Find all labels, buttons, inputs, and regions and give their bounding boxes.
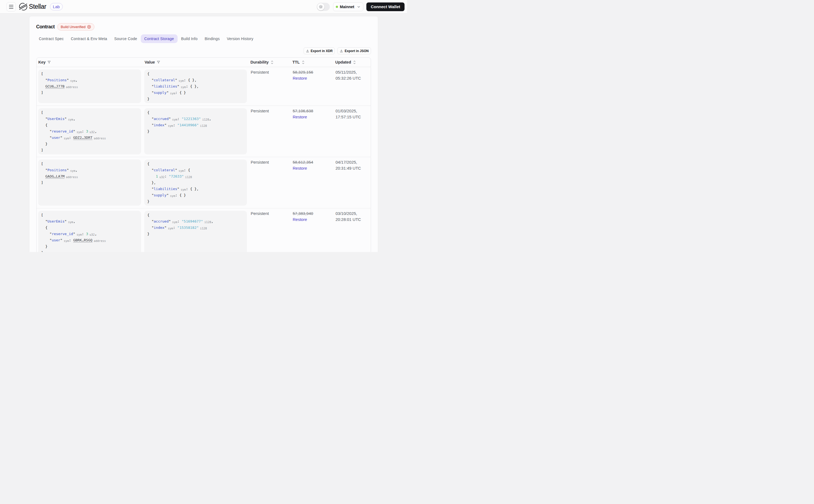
- durability-cell: Persistent: [249, 67, 291, 106]
- code-token-key: accrued: [154, 117, 169, 121]
- ttl-cell: 58,612,354Restore: [291, 157, 333, 208]
- code-token-quote: ": [45, 168, 47, 172]
- code-token-quote: ": [65, 117, 67, 121]
- export-row: Export in XDRExport in JSON: [36, 47, 371, 54]
- code-token-punct: [: [41, 213, 43, 217]
- restore-link[interactable]: Restore: [293, 165, 307, 171]
- code-token-punct: [41, 232, 50, 236]
- code-token-type-annotation: sym: [168, 124, 173, 127]
- restore-link[interactable]: Restore: [293, 114, 307, 120]
- code-token-punct: :: [82, 129, 86, 133]
- filter-icon[interactable]: [157, 60, 160, 64]
- updated-date: 05/11/2025,: [336, 69, 369, 75]
- code-token-number: 3: [86, 232, 88, 236]
- code-token-punct: :: [177, 117, 182, 121]
- code-token-punct: {: [147, 162, 149, 166]
- code-token-punct: :: [177, 219, 182, 223]
- code-token-type-annotation: i128: [185, 175, 192, 179]
- code-token-quote: ": [50, 238, 52, 242]
- code-token-punct: : { },: [186, 84, 199, 88]
- code-line: "accrued"sym: "51694677"i128,: [147, 218, 244, 224]
- column-header-durability: Durability: [249, 58, 291, 67]
- value-cell: { "accrued"sym: "1221363"i128, "index"sy…: [143, 106, 249, 157]
- code-line: [: [41, 161, 138, 167]
- network-label: Mainnet: [340, 5, 354, 9]
- address-link[interactable]: GBRK…RSGQ: [73, 238, 92, 242]
- code-token-punct: [41, 238, 50, 242]
- connect-wallet-button[interactable]: Connect Wallet: [366, 2, 405, 11]
- code-token-punct: [: [41, 162, 43, 166]
- filter-icon[interactable]: [47, 60, 51, 64]
- sort-icon[interactable]: [270, 60, 274, 64]
- page-title: Contract: [36, 24, 55, 30]
- code-line: {: [147, 212, 244, 218]
- key-code-block: [ "Positions"sym, GCU6…J77Baddress]: [38, 70, 141, 103]
- code-token-quote: ": [73, 232, 75, 236]
- code-line: }: [41, 141, 138, 147]
- code-token-number-string: "72633": [169, 174, 184, 178]
- brand-name: Stellar: [29, 3, 46, 10]
- code-token-punct: : { }: [175, 91, 186, 95]
- lab-badge[interactable]: Lab: [50, 3, 63, 10]
- code-token-type-annotation: u32: [89, 130, 95, 134]
- network-select[interactable]: Mainnet: [333, 2, 363, 11]
- address-link[interactable]: GCU6…J77B: [45, 84, 64, 88]
- code-token-key: supply: [154, 91, 166, 95]
- code-token-punct: [41, 129, 50, 133]
- code-token-punct: [: [41, 110, 43, 115]
- tab-build-info[interactable]: Build Info: [178, 34, 201, 43]
- export-in-json-button[interactable]: Export in JSON: [337, 47, 371, 54]
- code-token-quote: ": [45, 78, 47, 82]
- sort-icon[interactable]: [353, 60, 356, 64]
- code-token-punct: [147, 117, 152, 121]
- column-label: TTL: [292, 60, 300, 64]
- code-token-key: collateral: [154, 168, 175, 172]
- code-line: GCU6…J77Baddress: [41, 83, 138, 89]
- x-circle-icon[interactable]: [87, 25, 91, 29]
- address-link[interactable]: GDZ2…3DRT: [73, 136, 92, 140]
- durability-cell: Persistent: [249, 157, 291, 208]
- restore-link[interactable]: Restore: [293, 75, 307, 81]
- key-cell: [ "Positions"sym, GCU6…J77Baddress]: [37, 67, 143, 106]
- code-token-quote: ": [177, 187, 179, 191]
- code-line: ]: [41, 250, 138, 252]
- table-row: [ "UserEmis"sym, { "reserve_id"sym: 3u32…: [37, 208, 371, 252]
- code-token-quote: ": [50, 232, 52, 236]
- address-link[interactable]: GAOG…LA7M: [45, 174, 64, 178]
- code-line: "Positions"sym,: [41, 167, 138, 173]
- tab-bindings[interactable]: Bindings: [201, 34, 223, 43]
- updated-time: 20:31:49 UTC: [336, 165, 369, 171]
- theme-toggle[interactable]: [317, 3, 330, 11]
- code-token-key: reserve_id: [52, 129, 73, 133]
- tab-contract-spec[interactable]: Contract Spec: [35, 34, 67, 43]
- theme-toggle-knob[interactable]: [317, 3, 324, 10]
- code-token-quote: ": [60, 136, 62, 140]
- hamburger-menu-button[interactable]: [7, 2, 16, 11]
- main: Contract Build Unverified Contract SpecC…: [0, 16, 407, 252]
- code-token-punct: ]: [41, 181, 43, 185]
- code-line: "reserve_id"sym: 3u32,: [41, 128, 138, 134]
- export-button-label: Export in JSON: [345, 49, 369, 53]
- column-header-value: Value: [143, 58, 249, 67]
- code-token-key: UserEmis: [47, 117, 65, 121]
- tab-version-history[interactable]: Version History: [223, 34, 257, 43]
- code-token-punct: [147, 187, 152, 191]
- sort-icon[interactable]: [301, 60, 305, 64]
- key-code-block: [ "Positions"sym, GAOG…LA7Maddress]: [38, 160, 141, 206]
- code-token-type-annotation: u32: [89, 233, 95, 236]
- restore-link[interactable]: Restore: [293, 217, 307, 223]
- brand[interactable]: Stellar: [19, 3, 46, 11]
- tab-contract-storage[interactable]: Contract Storage: [141, 34, 178, 43]
- tab-contract-env-meta[interactable]: Contract & Env Meta: [67, 34, 111, 43]
- code-token-punct: [41, 219, 46, 223]
- export-in-xdr-button[interactable]: Export in XDR: [304, 47, 335, 54]
- code-token-number: 1: [156, 174, 158, 178]
- code-line: [: [41, 212, 138, 218]
- code-token-quote: ": [166, 193, 169, 197]
- sun-icon: [319, 5, 323, 9]
- code-token-punct: [147, 84, 152, 88]
- code-token-number-string: "15358182": [177, 226, 199, 230]
- code-token-quote: ": [169, 117, 171, 121]
- code-token-type-annotation: address: [66, 175, 78, 179]
- tab-source-code[interactable]: Source Code: [111, 34, 141, 43]
